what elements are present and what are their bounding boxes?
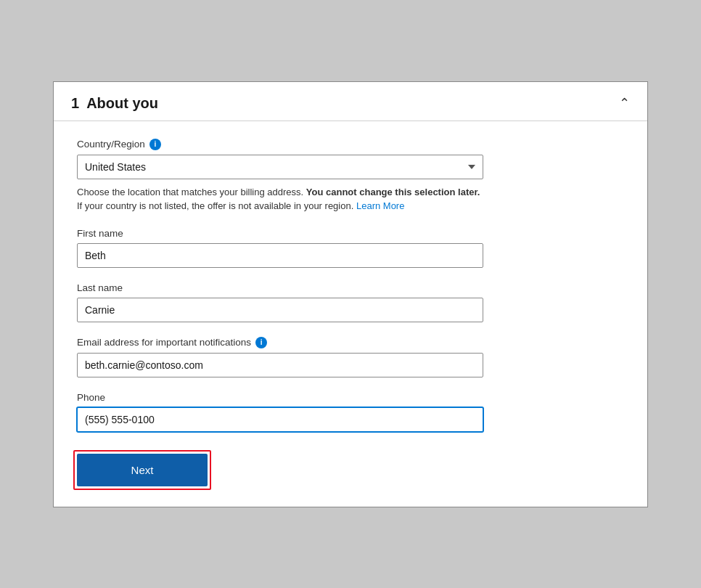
country-info-icon[interactable]: i (149, 139, 161, 150)
email-info-icon[interactable]: i (255, 337, 267, 348)
email-label: Email address for important notification… (77, 337, 624, 348)
card-header-title: 1 About you (71, 95, 158, 112)
country-region-group: Country/Region i United States Canada Un… (77, 139, 624, 213)
last-name-label: Last name (77, 282, 624, 293)
first-name-input[interactable] (77, 243, 483, 268)
card-body: Country/Region i United States Canada Un… (54, 121, 647, 507)
country-region-label: Country/Region i (77, 139, 624, 150)
next-button-wrapper: Next (77, 454, 208, 486)
collapse-icon[interactable]: ⌃ (619, 95, 630, 111)
learn-more-link[interactable]: Learn More (356, 200, 404, 211)
country-region-select[interactable]: United States Canada United Kingdom Aust… (77, 155, 483, 179)
email-input[interactable] (77, 353, 483, 377)
phone-group: Phone (77, 392, 624, 432)
phone-input[interactable] (77, 407, 483, 432)
phone-label: Phone (77, 392, 624, 403)
billing-note-end: If your country is not listed, the offer… (77, 200, 353, 211)
step-number: 1 (71, 95, 79, 112)
first-name-label: First name (77, 228, 624, 239)
billing-note-bold: You cannot change this selection later. (306, 187, 480, 197)
email-group: Email address for important notification… (77, 337, 624, 377)
about-you-card: 1 About you ⌃ Country/Region i United St… (53, 81, 648, 507)
first-name-group: First name (77, 228, 624, 268)
section-title: About you (86, 95, 158, 112)
last-name-input[interactable] (77, 298, 483, 322)
last-name-group: Last name (77, 282, 624, 322)
billing-note: Choose the location that matches your bi… (77, 185, 483, 213)
page-container: 1 About you ⌃ Country/Region i United St… (0, 0, 701, 588)
next-button[interactable]: Next (77, 454, 208, 486)
billing-note-normal: Choose the location that matches your bi… (77, 187, 303, 197)
card-header: 1 About you ⌃ (54, 82, 647, 121)
